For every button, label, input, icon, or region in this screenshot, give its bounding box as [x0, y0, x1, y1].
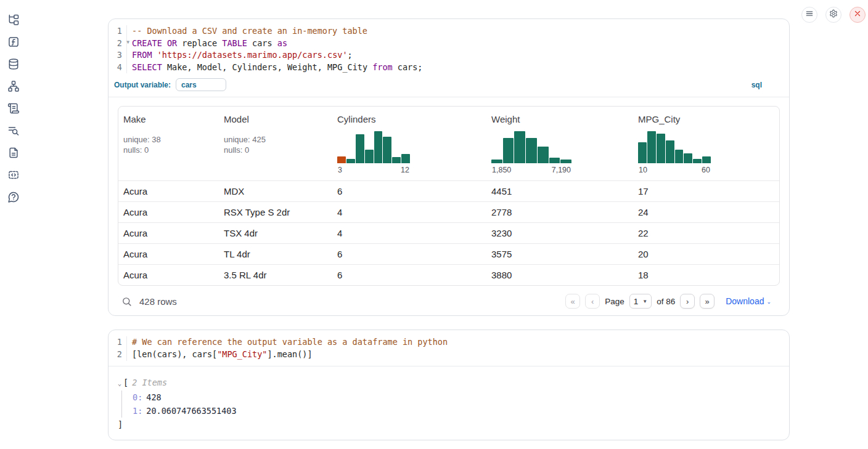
code-text: # We can reference the output variable a… [127, 336, 448, 349]
snippets-icon[interactable] [7, 169, 20, 181]
histogram-bar [392, 157, 401, 163]
line-number: 3 [108, 49, 127, 62]
sql-code-editor[interactable]: 1-- Download a CSV and create an in-memo… [108, 19, 789, 77]
output-variable-input[interactable] [176, 78, 226, 91]
help-icon[interactable] [7, 191, 20, 203]
column-histogram [638, 131, 711, 163]
histogram-bar [538, 147, 549, 163]
settings-button[interactable] [825, 7, 841, 23]
histogram-bar [560, 160, 571, 163]
tree-entry: 0:428 [133, 390, 789, 404]
table-header-cell: Cylinders312 [332, 107, 486, 180]
line-number: 1 [108, 25, 127, 38]
table-cell: 18 [633, 265, 779, 285]
column-header-cylinders[interactable]: Cylinders [337, 114, 376, 124]
histogram-bar [365, 150, 374, 163]
download-label: Download [726, 296, 764, 306]
table-row: AcuraTSX 4dr4323022 [118, 222, 779, 243]
column-header-make[interactable]: Make [123, 114, 146, 124]
download-button[interactable]: Download ⌄ [726, 296, 771, 306]
tree-entries: 0:4281:20.060747663551403 [121, 390, 789, 418]
line-number: 2 [108, 349, 127, 361]
close-bracket: ] [118, 418, 789, 431]
code-text: CREATE OR replace TABLE cars as [127, 38, 287, 50]
column-header-weight[interactable]: Weight [491, 114, 520, 124]
menu-button[interactable] [801, 7, 817, 23]
table-row: AcuraMDX6445117 [118, 180, 779, 201]
histogram-bar [693, 159, 702, 163]
notebook: 1-- Download a CSV and create an in-memo… [108, 0, 790, 440]
histogram-bar [526, 138, 537, 163]
table-header-row: Makeunique: 38nulls: 0Modelunique: 425nu… [118, 107, 779, 180]
functions-icon[interactable] [7, 36, 20, 48]
datasources-icon[interactable] [7, 58, 20, 70]
dependency-graph-icon[interactable] [7, 80, 20, 92]
column-header-mpg_city[interactable]: MPG_City [638, 114, 680, 124]
python-code-editor[interactable]: 1# We can reference the output variable … [108, 330, 789, 366]
sidebar [0, 0, 27, 449]
prev-page-button[interactable]: ‹ [585, 294, 600, 309]
table-cell: 3575 [486, 244, 633, 264]
table-cell: 3880 [486, 265, 633, 285]
scratchpad-icon[interactable] [7, 102, 20, 115]
code-line[interactable]: 4SELECT Make, Model, Cylinders, Weight, … [108, 62, 789, 74]
pagination: « ‹ Page 1 ▼ of 86 › » Download ⌄ [565, 294, 779, 309]
histogram-bar [374, 131, 383, 163]
tree-root-row: ⌄[2 Items [118, 376, 789, 390]
histogram-bar [356, 134, 364, 163]
column-header-model[interactable]: Model [224, 114, 249, 124]
page-select-value: 1 [634, 297, 639, 306]
hamburger-icon [805, 9, 814, 20]
table-footer: 428 rows « ‹ Page 1 ▼ of 86 › » Download… [118, 286, 780, 312]
table-cell: 3230 [486, 223, 633, 243]
file-explorer-icon[interactable] [7, 14, 20, 26]
code-line[interactable]: 2▼CREATE OR replace TABLE cars as [108, 38, 789, 50]
table-header-cell: Makeunique: 38nulls: 0 [118, 107, 219, 180]
gear-icon [829, 9, 838, 20]
table-cell: 4 [332, 223, 486, 243]
first-page-button[interactable]: « [565, 294, 580, 309]
code-line[interactable]: 1# We can reference the output variable … [108, 336, 789, 349]
histogram-bar [675, 150, 684, 163]
column-stats: unique: 38nulls: 0 [123, 134, 214, 155]
histogram-bar [666, 140, 674, 163]
shutdown-button[interactable] [850, 7, 866, 23]
code-line[interactable]: 2[len(cars), cars["MPG_City"].mean()] [108, 349, 789, 361]
table-cell: 4 [332, 202, 486, 222]
table-header-cell: Modelunique: 425nulls: 0 [219, 107, 332, 180]
table-cell: TL 4dr [219, 244, 332, 264]
table-cell: Acura [118, 202, 219, 222]
next-page-button[interactable]: › [680, 294, 695, 309]
tree-entry: 1:20.060747663551403 [133, 404, 789, 418]
sql-cell-output: Makeunique: 38nulls: 0Modelunique: 425nu… [108, 97, 789, 315]
histogram-bar [503, 138, 514, 163]
histogram-bar [491, 160, 502, 163]
table-cell: Acura [118, 223, 219, 243]
table-cell: 6 [332, 244, 486, 264]
logs-icon[interactable] [7, 124, 20, 137]
search-icon[interactable] [121, 296, 132, 307]
table-cell: MDX [219, 181, 332, 201]
code-text: FROM 'https://datasets.marimo.app/cars.c… [127, 49, 353, 62]
items-count: 2 Items [132, 378, 167, 387]
collapse-caret-icon[interactable]: ⌄ [118, 380, 121, 387]
code-line[interactable]: 3FROM 'https://datasets.marimo.app/cars.… [108, 49, 789, 62]
histogram-bar [346, 159, 355, 163]
histogram-bar [638, 142, 647, 163]
code-line[interactable]: 1-- Download a CSV and create an in-memo… [108, 25, 789, 38]
histogram-bar [702, 156, 711, 163]
documentation-icon[interactable] [7, 147, 20, 159]
histogram-bar [337, 156, 346, 163]
table-header-cell: Weight1,8507,190 [486, 107, 633, 180]
table-cell: 22 [633, 223, 779, 243]
fold-chevron-icon[interactable]: ▼ [126, 40, 129, 45]
page-select[interactable]: 1 ▼ [629, 294, 652, 309]
page-label: Page [605, 297, 624, 306]
table-cell: RSX Type S 2dr [219, 202, 332, 222]
line-number: 2▼ [108, 38, 127, 50]
table-cell: 20 [633, 244, 779, 264]
last-page-button[interactable]: » [700, 294, 714, 309]
column-histogram [337, 131, 410, 163]
table-cell: Acura [118, 244, 219, 264]
table-cell: 2778 [486, 202, 633, 222]
